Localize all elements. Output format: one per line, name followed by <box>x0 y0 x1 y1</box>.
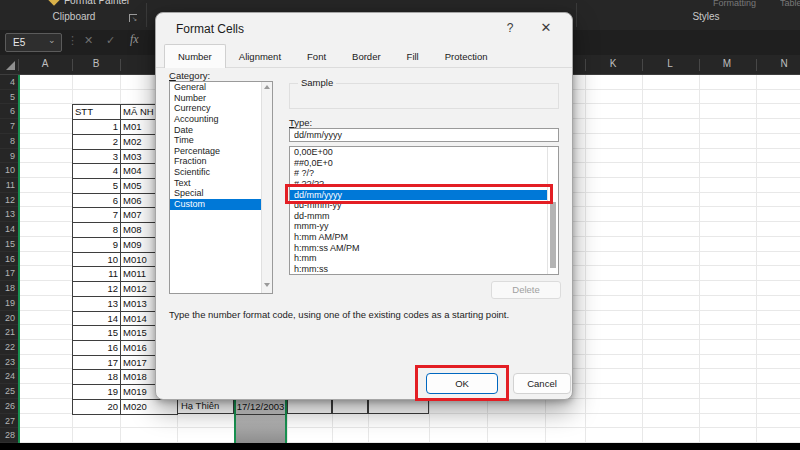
format-code-item[interactable]: # ?/? <box>290 168 548 179</box>
row-number[interactable]: 20 <box>0 311 18 326</box>
tab-protection[interactable]: Protection <box>432 46 501 67</box>
row-number[interactable]: 25 <box>0 384 18 399</box>
category-item[interactable]: Scientific <box>170 167 262 178</box>
category-item[interactable]: Time <box>170 135 262 146</box>
format-painter-button[interactable]: Format Painter <box>64 0 130 6</box>
tab-fill[interactable]: Fill <box>394 46 432 67</box>
row-number[interactable]: 7 <box>0 119 18 134</box>
table-cell[interactable]: 17 <box>73 356 121 371</box>
table-cell[interactable]: 8 <box>73 223 121 238</box>
column-header[interactable]: N <box>780 58 787 69</box>
category-item[interactable]: Special <box>170 188 262 199</box>
type-scrollbar[interactable] <box>547 147 558 274</box>
row-number[interactable]: 13 <box>0 207 18 222</box>
row-number[interactable]: 8 <box>0 134 18 149</box>
format-code-item[interactable]: # ??/?? <box>290 179 548 190</box>
table-cell[interactable]: 9 <box>73 238 121 253</box>
row-number[interactable]: 22 <box>0 340 18 355</box>
format-code-item[interactable]: ##0,0E+0 <box>290 158 548 169</box>
table-cell[interactable]: 11 <box>73 267 121 282</box>
tab-alignment[interactable]: Alignment <box>226 46 294 67</box>
insert-function-icon[interactable]: fx <box>130 32 139 47</box>
category-item[interactable]: Fraction <box>170 156 262 167</box>
delete-button[interactable]: Delete <box>491 281 561 299</box>
format-code-item[interactable]: dd-mmm-yy <box>290 200 548 211</box>
tab-border[interactable]: Border <box>339 46 394 67</box>
column-header[interactable]: B <box>93 58 100 69</box>
category-item[interactable]: Date <box>170 125 262 136</box>
category-item[interactable]: Custom <box>170 199 262 210</box>
row-number[interactable]: 26 <box>0 399 18 414</box>
table-cell[interactable]: 15 <box>73 326 121 341</box>
row-number[interactable]: 10 <box>0 163 18 178</box>
table-cell[interactable]: 4 <box>73 164 121 179</box>
row-number[interactable]: 24 <box>0 369 18 384</box>
table-cell[interactable] <box>287 399 332 414</box>
table-cell[interactable]: M020 <box>121 400 178 415</box>
table-cell[interactable]: 2 <box>73 135 121 150</box>
row-number[interactable]: 28 <box>0 428 18 443</box>
row-number[interactable]: 14 <box>0 222 18 237</box>
category-scrollbar[interactable] <box>261 82 272 293</box>
table-cell[interactable]: 13 <box>73 297 121 312</box>
scrollbar-thumb[interactable] <box>550 202 556 268</box>
type-input[interactable] <box>289 128 559 142</box>
cancel-entry-icon[interactable]: ✕ <box>84 34 93 47</box>
row-number[interactable]: 21 <box>0 325 18 340</box>
confirm-entry-icon[interactable]: ✓ <box>106 34 115 47</box>
table-cell[interactable]: 19 <box>73 385 121 400</box>
format-code-item[interactable]: dd/mm/yyyy <box>290 190 548 201</box>
category-item[interactable]: Percentage <box>170 146 262 157</box>
format-code-item[interactable]: h:mm <box>290 253 548 264</box>
ok-button[interactable]: OK <box>426 373 498 394</box>
select-all-icon[interactable] <box>6 61 15 70</box>
table-cell[interactable]: 10 <box>73 253 121 268</box>
format-code-item[interactable]: h:mm:ss AM/PM <box>290 243 548 254</box>
row-number[interactable]: 18 <box>0 281 18 296</box>
table-cell[interactable] <box>368 399 429 414</box>
selected-cell[interactable]: 17/12/2003 <box>234 399 287 443</box>
format-code-item[interactable]: h:mm AM/PM <box>290 232 548 243</box>
row-number[interactable]: 19 <box>0 296 18 311</box>
category-item[interactable]: Currency <box>170 103 262 114</box>
help-button[interactable]: ? <box>503 21 517 35</box>
cancel-button[interactable]: Cancel <box>513 373 571 394</box>
row-number[interactable]: 23 <box>0 355 18 370</box>
row-number[interactable]: 9 <box>0 149 18 164</box>
table-cell[interactable]: 3 <box>73 150 121 165</box>
row-number[interactable]: 17 <box>0 266 18 281</box>
format-code-item[interactable]: mmm-yy <box>290 221 548 232</box>
format-code-item[interactable]: 0,00E+00 <box>290 147 548 158</box>
scroll-up-icon[interactable] <box>264 85 270 89</box>
table-cell[interactable]: 1 <box>73 120 121 135</box>
tab-font[interactable]: Font <box>294 46 339 67</box>
category-item[interactable]: General <box>170 82 262 93</box>
table-cell[interactable]: 5 <box>73 179 121 194</box>
column-header[interactable]: K <box>610 58 617 69</box>
row-number[interactable]: 16 <box>0 252 18 267</box>
row-number[interactable]: 11 <box>0 178 18 193</box>
row-number[interactable]: 15 <box>0 237 18 252</box>
name-box-chevron-icon[interactable]: ⌄ <box>48 35 56 45</box>
row-number[interactable]: 5 <box>0 90 18 105</box>
column-header[interactable]: A <box>42 58 49 69</box>
table-cell[interactable]: 7 <box>73 208 121 223</box>
column-header[interactable]: L <box>667 58 673 69</box>
tab-number[interactable]: Number <box>164 44 226 68</box>
table-cell[interactable]: 18 <box>73 370 121 385</box>
row-number[interactable]: 4 <box>0 75 18 90</box>
table-header-cell[interactable]: STT <box>73 105 121 120</box>
format-code-listbox[interactable]: 0,00E+00##0,0E+0# ?/?# ??/??dd/mm/yyyydd… <box>289 146 559 275</box>
clipboard-dialog-launcher-icon[interactable]: ↘ <box>129 14 137 22</box>
row-number[interactable]: 6 <box>0 104 18 119</box>
row-number[interactable]: 12 <box>0 193 18 208</box>
category-item[interactable]: Number <box>170 93 262 104</box>
close-icon[interactable]: ✕ <box>538 20 554 35</box>
table-cell[interactable]: Hạ Thiên <box>177 399 234 414</box>
table-cell[interactable] <box>332 399 368 414</box>
category-item[interactable]: Text <box>170 178 262 189</box>
column-header[interactable]: M <box>723 58 731 69</box>
category-listbox[interactable]: GeneralNumberCurrencyAccountingDateTimeP… <box>169 81 273 294</box>
table-cell[interactable]: 14 <box>73 312 121 327</box>
scroll-down-icon[interactable] <box>264 283 270 287</box>
